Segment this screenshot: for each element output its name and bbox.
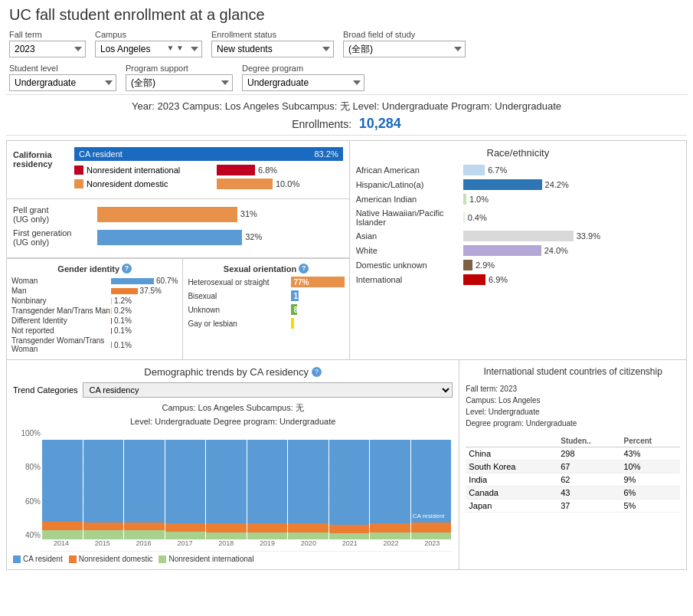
gender-row: Nonbinary 1.2%	[11, 297, 178, 305]
dom-segment	[329, 525, 370, 534]
sex-section: Sexual orientation ? Heterosexual or str…	[183, 259, 348, 359]
chart-bar-group	[165, 429, 206, 539]
bar-stack	[124, 440, 165, 539]
bottom-grid: Demographic trends by CA residency ? Tre…	[6, 360, 687, 570]
trends-title: Demographic trends by CA residency ?	[13, 366, 453, 378]
bar-stack	[288, 440, 329, 539]
dom-segment	[206, 523, 247, 532]
race-row: African American 6.7%	[356, 165, 680, 175]
fall-term-select[interactable]: 2023	[9, 41, 86, 57]
sex-row: Unknown 8%	[188, 304, 344, 315]
gender-item-label: Man	[11, 287, 111, 295]
sex-title: Sexual orientation ?	[188, 264, 344, 274]
legend-domestic-label: Nonresident domestic	[79, 555, 153, 563]
legend-domestic: Nonresident domestic	[69, 555, 153, 563]
race-item-bar-group: 6.7%	[463, 165, 508, 175]
race-title: Race/ethnicity	[356, 147, 680, 159]
intl-term: Fall term: 2023	[466, 383, 680, 395]
intl-table-header: Studen.. Percent	[466, 435, 680, 447]
race-row: Asian 33.9%	[356, 231, 680, 241]
filters-row-1: Fall term 2023 Campus Los Angeles ▼ ▼ En…	[0, 27, 693, 61]
gender-item-bar-group: 1.2%	[111, 297, 132, 305]
ca-segment	[206, 440, 247, 523]
gender-row: Woman 60.7%	[11, 277, 178, 285]
race-item-pct: 33.9%	[577, 231, 600, 241]
sex-item-label: Unknown	[188, 306, 291, 314]
gender-row: Transgender Woman/Trans Woman 0.1%	[11, 336, 178, 353]
xaxis-label: 2023	[411, 539, 453, 547]
trend-category-select[interactable]: CA residency	[83, 382, 453, 398]
sex-item-pct: 4%	[293, 319, 304, 328]
race-item-pct: 1.0%	[469, 195, 489, 204]
intl-label: Nonresident international	[87, 165, 180, 175]
xaxis-label: 2015	[82, 539, 123, 547]
country-cell: Japan	[466, 499, 557, 512]
dom-segment	[370, 523, 410, 532]
trends-info-icon[interactable]: ?	[312, 367, 322, 377]
country-cell: India	[466, 473, 557, 486]
chart-subtitle-2: Level: Undergraduate Degree program: Und…	[13, 417, 453, 426]
legend-intl-label: Nonresident international	[168, 555, 253, 563]
summary-text: Year: 2023 Campus: Los Angeles Subcampus…	[6, 100, 687, 113]
race-item-bar	[463, 194, 466, 205]
gender-item-label: Nonbinary	[11, 297, 111, 305]
trends-section: Demographic trends by CA residency ? Tre…	[7, 360, 459, 569]
firstgen-pct: 32%	[245, 232, 262, 241]
sex-row: Heterosexual or straight 77%	[188, 277, 344, 287]
bar-stack	[165, 440, 206, 539]
sex-info-icon[interactable]: ?	[299, 264, 309, 274]
legend-domestic-color	[69, 555, 77, 563]
gender-info-icon[interactable]: ?	[122, 264, 132, 274]
ca-segment	[329, 440, 370, 525]
degree-program-select[interactable]: Undergraduate	[242, 74, 364, 91]
race-item-pct: 6.9%	[489, 275, 508, 284]
pell-pct: 31%	[240, 209, 257, 218]
domestic-pct: 10.0%	[276, 179, 299, 188]
intl-segment	[329, 533, 370, 539]
legend-ca-resident: CA resident	[13, 555, 63, 563]
xaxis-label: 2021	[329, 539, 371, 547]
enrollment-select[interactable]: New students	[211, 41, 334, 57]
pct-cell: 10%	[620, 460, 680, 473]
student-level-select[interactable]: Undergraduate	[9, 74, 116, 91]
chart-yaxis: 100% 80% 60% 40%	[13, 429, 41, 552]
broad-field-select[interactable]: (全部)	[343, 41, 466, 57]
domestic-bar-fill	[217, 179, 273, 189]
dom-segment	[124, 523, 165, 530]
gender-title: Gender identity ?	[11, 264, 178, 274]
intl-title: International student countries of citiz…	[466, 366, 680, 378]
students-cell: 37	[557, 499, 620, 512]
gender-item-bar	[111, 298, 112, 304]
intl-campus: Campus: Los Angeles	[466, 395, 680, 406]
campus-select[interactable]: Los Angeles	[95, 41, 202, 57]
gender-item-bar-group: 0.1%	[111, 326, 132, 335]
program-support-select[interactable]: (全部)	[126, 74, 233, 91]
sex-row: Bisexual 11%	[188, 290, 344, 301]
xaxis-label: 2022	[371, 539, 412, 547]
students-cell: 298	[557, 447, 620, 460]
gender-row: Transgender Man/Trans Man 0.2%	[11, 306, 178, 315]
chart-bar-group: CA resident	[411, 429, 452, 539]
degree-program-filter: Degree program Undergraduate	[242, 64, 364, 91]
xaxis-label: 2020	[288, 539, 329, 547]
sex-item-bar-group: 77%	[291, 277, 344, 287]
race-item-pct: 2.9%	[476, 260, 495, 270]
enrollments-label: Enrollments:	[292, 118, 351, 130]
country-cell: South Korea	[466, 460, 557, 473]
filters-row-2: Student level Undergraduate Program supp…	[0, 61, 693, 94]
pell-bar	[97, 207, 237, 222]
gender-sex-grid: Gender identity ? Woman 60.7% Man 37.5% …	[7, 258, 349, 359]
dom-segment	[165, 523, 206, 531]
pell-section: Pell grant(UG only) 31% First generation…	[7, 199, 349, 258]
intl-tbody: China 298 43% South Korea 67 10% India 6…	[466, 447, 680, 512]
sex-item-bar-group: 4%	[291, 318, 294, 329]
enrollments-row: Enrollments: 10,284	[6, 116, 687, 132]
intl-segment	[370, 532, 410, 539]
table-row: China 298 43%	[466, 447, 680, 460]
gender-rows: Woman 60.7% Man 37.5% Nonbinary 1.2% Tra…	[11, 277, 178, 353]
gender-item-bar-group: 60.7%	[111, 277, 178, 285]
gender-item-pct: 0.1%	[114, 341, 132, 349]
race-item-label: White	[356, 246, 463, 255]
xaxis-label: 2016	[123, 539, 165, 547]
xaxis-label: 2017	[164, 539, 205, 547]
